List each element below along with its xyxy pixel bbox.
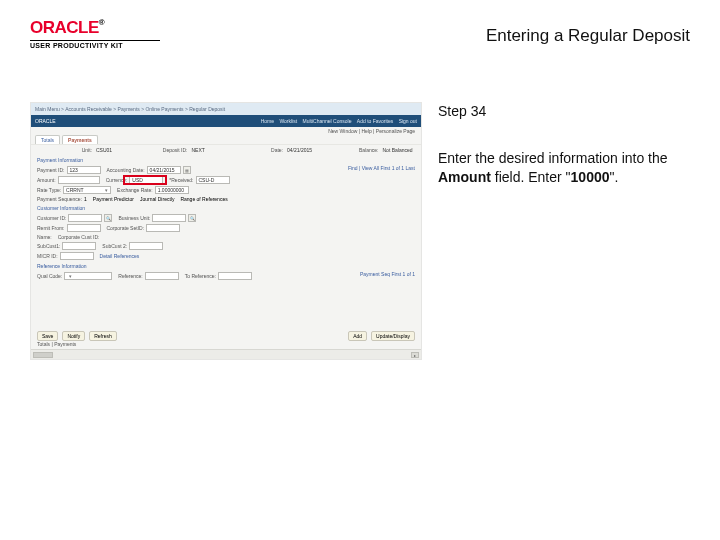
oracle-logo: ORACLE® xyxy=(30,18,160,38)
ratetype-select[interactable]: CRRNT xyxy=(63,186,111,194)
summary-row: Unit:CSU01 Deposit ID:NEXT Date:04/21/20… xyxy=(31,144,421,155)
instr-part1: Enter the desired information into the xyxy=(438,150,668,166)
link-fav[interactable]: Add to Favorites xyxy=(357,118,393,124)
sub2-input[interactable] xyxy=(129,242,163,250)
remit-input[interactable] xyxy=(67,224,101,232)
sub-nav: New Window | Help | Personalize Page xyxy=(31,127,421,135)
received-input[interactable]: CSU-D xyxy=(196,176,230,184)
update-button[interactable]: Update/Display xyxy=(371,331,415,341)
highlight-amount-field xyxy=(123,175,167,185)
lookup-icon[interactable]: 🔍 xyxy=(188,214,196,222)
link-signout[interactable]: Sign out xyxy=(399,118,417,124)
app-brand: ORACLE xyxy=(35,118,56,124)
ref-grid-nav: Payment Seq First 1 of 1 xyxy=(354,271,421,277)
section-customer-info: Customer Information xyxy=(31,203,421,213)
scroll-right-icon[interactable]: ▸ xyxy=(411,352,419,358)
unit-label: Unit: xyxy=(37,147,92,153)
instr-part3: ". xyxy=(610,169,619,185)
ref-label: Reference: xyxy=(118,273,142,279)
top-links: Home Worklist MultiChannel Console Add t… xyxy=(257,118,417,124)
link-console[interactable]: MultiChannel Console xyxy=(303,118,352,124)
sub2-label: SubCust 2: xyxy=(102,243,127,249)
opt-journal[interactable]: Journal Directly xyxy=(140,196,174,202)
grid-nav: Find | View All First 1 of 1 Last xyxy=(342,165,421,171)
lookup-icon[interactable]: 🔍 xyxy=(104,214,112,222)
instr-value: 10000 xyxy=(571,169,610,185)
acct-label: Accounting Date: xyxy=(107,167,145,173)
to-ref-label: To Reference: xyxy=(185,273,216,279)
balance-value: Not Balanced xyxy=(383,147,416,153)
ccode-label: Corporate Cust ID: xyxy=(58,234,100,240)
to-ref-input[interactable] xyxy=(218,272,252,280)
instr-part2: field. Enter " xyxy=(491,169,571,185)
opt-range[interactable]: Range of References xyxy=(180,196,227,202)
custid-input[interactable] xyxy=(68,214,102,222)
sub1-input[interactable] xyxy=(62,242,96,250)
instructions-panel: Step 34 Enter the desired information in… xyxy=(438,102,690,360)
page-title: Entering a Regular Deposit xyxy=(486,26,690,46)
qual-label: Qual Code: xyxy=(37,273,62,279)
app-bar: ORACLE Home Worklist MultiChannel Consol… xyxy=(31,115,421,127)
balance-label: Balance: xyxy=(324,147,379,153)
ratetype-label: Rate Type: xyxy=(37,187,61,193)
refresh-button[interactable]: Refresh xyxy=(89,331,117,341)
add-button[interactable]: Add xyxy=(348,331,367,341)
payseq-label: Payment Sequence: xyxy=(37,196,82,202)
custid-label: Customer ID: xyxy=(37,215,66,221)
calendar-icon[interactable]: ▦ xyxy=(183,166,191,174)
sub1-label: SubCust1: xyxy=(37,243,60,249)
action-buttons-right: Add Update/Display xyxy=(348,331,415,341)
step-label: Step 34 xyxy=(438,102,690,121)
save-button[interactable]: Save xyxy=(37,331,58,341)
payid-input[interactable]: 123 xyxy=(67,166,101,174)
ref-input[interactable] xyxy=(145,272,179,280)
remit-label: Remit From: xyxy=(37,225,65,231)
brand-block: ORACLE® USER PRODUCTIVITY KIT xyxy=(30,18,160,49)
tab-totals[interactable]: Totals xyxy=(35,135,60,144)
payseq-value: 1 xyxy=(84,196,87,202)
qual-select[interactable] xyxy=(64,272,112,280)
upk-label: USER PRODUCTIVITY KIT xyxy=(30,42,160,49)
deposit-label: Deposit ID: xyxy=(133,147,188,153)
breadcrumb: Main Menu > Accounts Receivable > Paymen… xyxy=(31,103,421,115)
action-buttons-left: Save Notify Refresh xyxy=(37,331,117,341)
payid-label: Payment ID: xyxy=(37,167,65,173)
scrollbar-thumb[interactable] xyxy=(33,352,53,358)
date-value: 04/21/2015 xyxy=(287,147,320,153)
instr-field-name: Amount xyxy=(438,169,491,185)
detail-ref-link[interactable]: Detail References xyxy=(100,253,140,259)
micr-label: MICR ID: xyxy=(37,253,58,259)
registered-mark: ® xyxy=(99,18,104,27)
corpsetid-label: Corporate SetID: xyxy=(107,225,145,231)
bu-input[interactable] xyxy=(152,214,186,222)
amount-label: Amount: xyxy=(37,177,56,183)
unit-value: CSU01 xyxy=(96,147,129,153)
bu-label: Business Unit: xyxy=(118,215,150,221)
received-label: *Received: xyxy=(169,177,193,183)
link-worklist[interactable]: Worklist xyxy=(279,118,297,124)
acct-date-input[interactable]: 04/21/2015 xyxy=(147,166,181,174)
amount-input[interactable] xyxy=(58,176,100,184)
oracle-word: ORACLE xyxy=(30,18,99,37)
opt-predictor[interactable]: Payment Predictor xyxy=(93,196,134,202)
horizontal-scrollbar[interactable]: ▸ xyxy=(31,349,421,359)
notify-button[interactable]: Notify xyxy=(62,331,85,341)
section-ref-info: Reference Information xyxy=(31,261,421,271)
exrate-label: Exchange Rate: xyxy=(117,187,153,193)
date-label: Date: xyxy=(228,147,283,153)
tabs: Totals Payments xyxy=(31,135,421,144)
link-home[interactable]: Home xyxy=(261,118,274,124)
corpsetid-input[interactable] xyxy=(146,224,180,232)
instruction-text: Enter the desired information into the A… xyxy=(438,149,690,187)
deposit-value: NEXT xyxy=(192,147,225,153)
name-label: Name: xyxy=(37,234,52,240)
embedded-screenshot: Main Menu > Accounts Receivable > Paymen… xyxy=(30,102,422,360)
micr-input[interactable] xyxy=(60,252,94,260)
section-payment-info: Payment Information xyxy=(31,155,421,165)
tab-payments[interactable]: Payments xyxy=(62,135,98,144)
footer-tabs-ref: Totals | Payments xyxy=(37,341,76,347)
logo-rule xyxy=(30,40,160,41)
exrate-input[interactable]: 1.00000000 xyxy=(155,186,189,194)
